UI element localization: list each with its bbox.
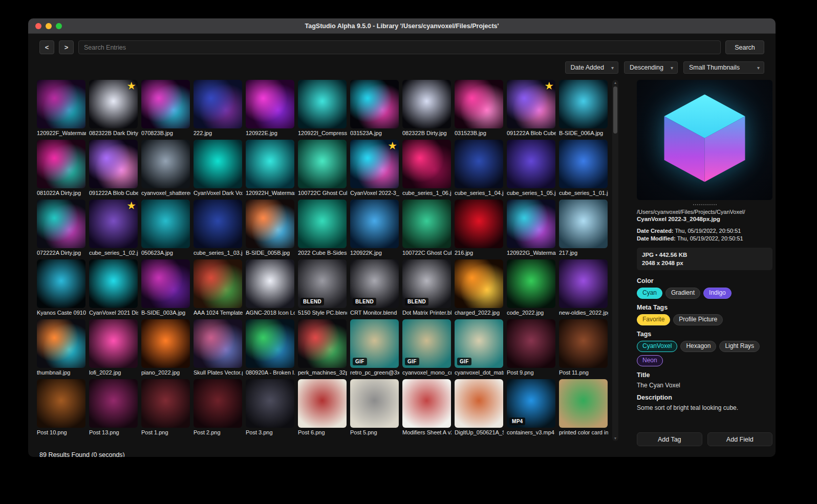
grid-item[interactable]: perk_machines_32px.png	[298, 319, 347, 377]
thumbnail-image[interactable]	[350, 379, 399, 428]
grid-item[interactable]: 100722C Ghost Cube.jpg	[298, 140, 347, 198]
thumbnail-image[interactable]	[350, 80, 399, 128]
thumbnail-image[interactable]	[141, 259, 190, 308]
thumbnail-size-dropdown[interactable]: Small Thumbnails ▾	[683, 61, 764, 74]
grid-item[interactable]: GIFcyanvoxel_dot_matrix.gif	[455, 319, 504, 377]
thumbnail-image[interactable]: BLEND	[298, 259, 347, 308]
grid-item[interactable]: Modifiers Sheet A v2.png	[402, 379, 451, 437]
tag-pill[interactable]: Cyan	[637, 288, 662, 299]
thumbnail-image[interactable]	[559, 140, 608, 188]
back-button[interactable]: <	[39, 40, 54, 54]
grid-item[interactable]: Post 11.png	[559, 319, 608, 377]
thumbnail-image[interactable]	[193, 379, 242, 428]
grid-item[interactable]: Skull Plates Vector.png	[193, 319, 243, 377]
grid-item[interactable]: code_2022.jpg	[507, 259, 556, 317]
close-button[interactable]	[35, 23, 41, 29]
grid-item[interactable]: cube_series_1_03.jpg	[193, 200, 243, 257]
thumbnail-image[interactable]	[193, 200, 242, 248]
grid-item[interactable]: Post 1.png	[141, 379, 190, 437]
thumbnail-image[interactable]	[298, 319, 347, 368]
thumbnail-image[interactable]: ★	[89, 80, 138, 128]
grid-item[interactable]: MP4containers_v3.mp4	[507, 379, 556, 437]
grid-item[interactable]: AGNC-2018 Icon Logo.png	[246, 259, 295, 317]
thumbnail-image[interactable]	[507, 200, 555, 248]
thumbnail-image[interactable]	[141, 200, 190, 248]
thumbnail-image[interactable]	[455, 140, 503, 188]
grid-item[interactable]: 082322B Dirty.jpg	[402, 80, 451, 138]
grid-item[interactable]: ★cube_series_1_02.jpg	[89, 200, 138, 257]
grid-item[interactable]: Post 6.png	[298, 379, 347, 437]
thumbnail-image[interactable]	[246, 140, 294, 188]
thumbnail-image[interactable]	[193, 259, 242, 308]
scroll-up-icon[interactable]: ▴	[612, 80, 618, 85]
tag-pill[interactable]: Hexagon	[680, 341, 716, 352]
thumbnail-image[interactable]	[402, 379, 451, 428]
grid-item[interactable]: 120922K.jpg	[350, 200, 399, 257]
grid-item[interactable]: ★CyanVoxel 2022-3_2048px.jpg	[350, 140, 399, 198]
thumbnail-image[interactable]	[246, 80, 294, 128]
resize-handle[interactable]	[693, 204, 717, 205]
tag-pill[interactable]: Neon	[637, 355, 663, 366]
scroll-down-icon[interactable]: ▾	[612, 436, 618, 441]
thumbnail-image[interactable]	[141, 319, 190, 368]
grid-item[interactable]: cyanvoxel_shattered.jpg	[141, 140, 190, 198]
tag-pill[interactable]: Favorite	[637, 314, 670, 325]
scrollbar-thumb[interactable]	[613, 86, 617, 134]
thumbnail-image[interactable]	[507, 259, 555, 308]
grid-item[interactable]: new-oldies_2022.jpg	[559, 259, 608, 317]
tag-pill[interactable]: Indigo	[703, 288, 732, 299]
thumbnail-image[interactable]	[141, 140, 190, 188]
thumbnail-image[interactable]	[507, 319, 555, 368]
thumbnail-image[interactable]	[193, 319, 242, 368]
grid-item[interactable]: Post 9.png	[507, 319, 556, 377]
thumbnail-image[interactable]	[559, 80, 608, 128]
thumbnail-image[interactable]	[298, 379, 347, 428]
grid-item[interactable]: 2022 Cube B-Sides.jpg	[298, 200, 347, 257]
grid-item[interactable]: B-SIDE_003A.jpg	[141, 259, 190, 317]
grid-item[interactable]: BLENDCRT Monitor.blend	[350, 259, 399, 317]
thumbnail-image[interactable]	[37, 200, 85, 248]
thumbnail-image[interactable]	[559, 200, 608, 248]
thumbnail-image[interactable]	[246, 319, 294, 368]
thumbnail-image[interactable]	[559, 319, 608, 368]
thumbnail-image[interactable]	[37, 319, 85, 368]
thumbnail-image[interactable]	[37, 379, 85, 428]
grid-item[interactable]: 120922I_Compressed.jpg	[298, 80, 347, 138]
scrollbar[interactable]: ▴ ▾	[612, 80, 618, 441]
add-tag-button[interactable]: Add Tag	[637, 432, 702, 446]
search-input[interactable]	[78, 40, 721, 54]
preview-image[interactable]	[637, 80, 772, 200]
thumbnail-image[interactable]	[193, 80, 242, 128]
thumbnail-image[interactable]	[455, 259, 503, 308]
tag-pill[interactable]: Profile Picture	[673, 314, 723, 325]
maximize-button[interactable]	[56, 23, 62, 29]
grid-item[interactable]: CyanVoxel 2021 Display.png	[89, 259, 138, 317]
add-field-button[interactable]: Add Field	[707, 432, 773, 446]
thumbnail-image[interactable]	[37, 80, 85, 128]
thumbnail-image[interactable]: ★	[89, 200, 138, 248]
grid-item[interactable]: 091222A Blob Cube.jpg	[89, 140, 138, 198]
thumbnail-image[interactable]	[37, 140, 85, 188]
grid-item[interactable]: charged_2022.jpg	[455, 259, 504, 317]
thumbnail-image[interactable]	[507, 140, 555, 188]
grid-item[interactable]: piano_2022.jpg	[141, 319, 190, 377]
tag-pill[interactable]: CyanVoxel	[637, 341, 677, 352]
grid-item[interactable]: ★091222A Blob Cube.jpg	[507, 80, 556, 138]
tag-pill[interactable]: Gradient	[665, 288, 700, 299]
grid-item[interactable]: AAA 1024 Template.png	[193, 259, 243, 317]
thumbnail-image[interactable]	[455, 200, 503, 248]
thumbnail-image[interactable]: GIF	[402, 319, 451, 368]
thumbnail-image[interactable]	[89, 319, 138, 368]
grid-item[interactable]: 216.jpg	[455, 200, 504, 257]
thumbnail-image[interactable]	[246, 379, 294, 428]
thumbnail-image[interactable]	[246, 259, 294, 308]
titlebar[interactable]: TagStudio Alpha 9.5.0 - Library '/Users/…	[28, 18, 776, 34]
thumbnail-image[interactable]	[455, 80, 503, 128]
grid-item[interactable]: 031523A.jpg	[350, 80, 399, 138]
thumbnail-image[interactable]	[455, 379, 503, 428]
grid-item[interactable]: GIFretro_pc_green@3x.gif	[350, 319, 399, 377]
thumbnail-image[interactable]	[141, 80, 190, 128]
thumbnail-image[interactable]: GIF	[350, 319, 399, 368]
grid-item[interactable]: cube_series_1_06.jpg	[402, 140, 451, 198]
sort-field-dropdown[interactable]: Date Added ▾	[565, 61, 618, 74]
